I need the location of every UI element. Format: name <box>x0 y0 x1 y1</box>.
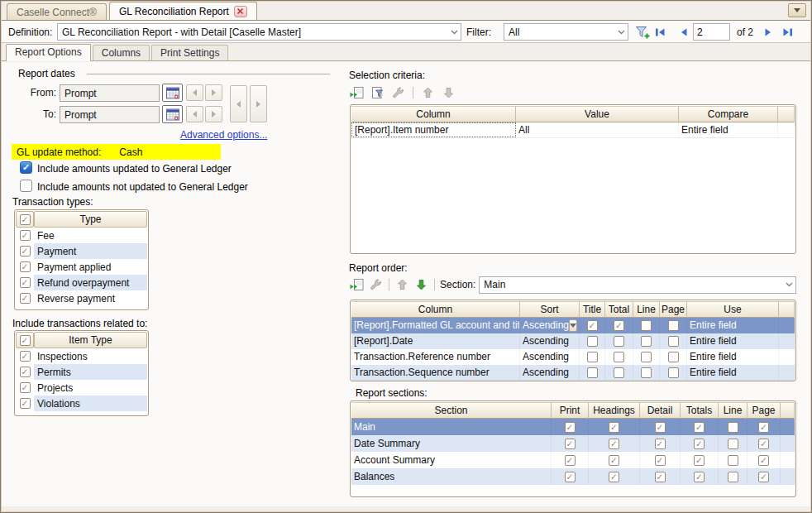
item-type-row[interactable]: ✓Inspections <box>16 348 147 364</box>
report-order-row[interactable]: [Report].DateAscendingEntire field <box>351 333 795 349</box>
checkbox[interactable]: ✓ <box>609 439 619 449</box>
report-section-row[interactable]: Balances✓✓✓✓✓ <box>351 468 795 485</box>
column-header[interactable]: Page <box>748 402 781 419</box>
checkbox[interactable]: ✓ <box>758 422 769 433</box>
column-header[interactable]: Item Type <box>34 332 147 348</box>
previous-page-button[interactable] <box>678 26 690 37</box>
transaction-type-row[interactable]: ✓Refund overpayment <box>16 275 147 290</box>
from-prev-button[interactable] <box>186 84 203 101</box>
checkbox[interactable]: ✓ <box>20 246 31 256</box>
selection-criteria-row[interactable]: [Report].Item number All Entire field <box>351 122 795 138</box>
checkbox[interactable] <box>728 422 738 433</box>
checkbox[interactable]: ✓ <box>20 351 31 362</box>
filter-select[interactable]: All <box>504 23 628 41</box>
select-columns-button[interactable] <box>349 277 365 292</box>
move-up-button[interactable] <box>394 277 410 292</box>
checkbox[interactable] <box>641 352 652 362</box>
column-header[interactable]: Total <box>605 301 633 318</box>
include-updated-checkbox[interactable]: ✓ <box>20 161 32 174</box>
transaction-type-row[interactable]: ✓Reverse payment <box>16 290 147 306</box>
sort-cell[interactable]: Ascending <box>520 365 580 381</box>
properties-wrench-button[interactable] <box>368 277 384 292</box>
report-section-row[interactable]: Date Summary✓✓✓✓✓ <box>351 435 795 452</box>
report-section-row[interactable]: Account Summary✓✓✓✓✓ <box>351 452 795 468</box>
column-header[interactable]: Title <box>580 301 605 318</box>
tab-gl-reconciliation-report[interactable]: GL Reconciliation Report <box>109 2 257 20</box>
column-header[interactable]: Detail <box>640 402 681 419</box>
item-type-row[interactable]: ✓Projects <box>16 380 147 396</box>
checkbox[interactable]: ✓ <box>655 455 666 466</box>
checkbox[interactable] <box>587 336 598 347</box>
column-header[interactable]: Headings <box>589 402 640 419</box>
item-type-row[interactable]: ✓Permits <box>16 364 147 380</box>
checkbox[interactable] <box>614 367 624 378</box>
properties-wrench-button[interactable] <box>390 85 406 100</box>
from-date-input[interactable]: Prompt <box>60 84 160 102</box>
transaction-type-row[interactable]: ✓Payment applied <box>16 259 147 275</box>
criteria-column-cell[interactable]: [Report].Item number <box>351 122 516 137</box>
checkbox[interactable]: ✓ <box>20 398 31 409</box>
report-order-row[interactable]: [Report].Formatted GL account and titleA… <box>351 318 795 333</box>
move-down-button[interactable] <box>441 85 456 100</box>
column-header[interactable]: Column <box>351 106 516 122</box>
criteria-value-cell[interactable]: All <box>516 122 679 137</box>
checkbox[interactable]: ✓ <box>20 293 31 304</box>
checkbox[interactable] <box>614 336 624 347</box>
move-down-button[interactable] <box>413 277 429 292</box>
date-range-prev-button[interactable] <box>230 85 247 122</box>
item-type-row[interactable]: ✓Violations <box>16 396 147 411</box>
report-order-row[interactable]: Transaction.Sequence numberAscendingEnti… <box>351 365 795 381</box>
checkbox[interactable]: ✓ <box>655 439 666 449</box>
column-header[interactable]: Column <box>351 301 520 318</box>
sort-cell[interactable]: Ascending <box>520 333 580 349</box>
checkbox[interactable] <box>728 439 738 449</box>
edit-filter-button[interactable] <box>370 85 385 100</box>
checkbox[interactable]: ✓ <box>609 422 619 433</box>
checkbox[interactable] <box>641 320 652 331</box>
select-all-checkbox[interactable]: ✓ <box>20 335 31 346</box>
checkbox[interactable]: ✓ <box>565 422 576 433</box>
checkbox[interactable] <box>668 352 679 362</box>
section-select[interactable]: Main <box>479 276 796 294</box>
checkbox[interactable]: ✓ <box>20 230 31 241</box>
definition-select[interactable]: GL Reconciliation Report - with Detail [… <box>57 23 461 41</box>
checkbox[interactable] <box>728 455 738 466</box>
checkbox[interactable]: ✓ <box>565 439 576 449</box>
transaction-type-row[interactable]: ✓Fee <box>16 228 147 243</box>
last-page-button[interactable] <box>781 26 793 37</box>
close-tab-icon[interactable] <box>234 6 247 17</box>
checkbox[interactable] <box>587 352 598 362</box>
column-header[interactable]: Line <box>633 301 660 318</box>
checkbox[interactable]: ✓ <box>565 455 576 466</box>
tab-report-options[interactable]: Report Options <box>6 44 91 61</box>
sort-cell[interactable]: Ascending <box>520 318 580 333</box>
criteria-compare-cell[interactable]: Entire field <box>679 122 778 137</box>
column-header[interactable]: Line <box>719 402 748 419</box>
checkbox[interactable]: ✓ <box>565 472 576 482</box>
page-number-input[interactable] <box>693 23 730 41</box>
checkbox[interactable] <box>641 336 652 347</box>
checkbox[interactable]: ✓ <box>609 455 619 466</box>
checkbox[interactable] <box>641 367 652 378</box>
filter-add-icon[interactable] <box>634 25 650 40</box>
report-order-row[interactable]: Transaction.Reference numberAscendingEnt… <box>351 349 795 365</box>
column-header[interactable]: Type <box>34 211 147 228</box>
checkbox[interactable]: ✓ <box>587 320 598 331</box>
from-calendar-button[interactable] <box>162 84 183 102</box>
checkbox[interactable] <box>587 367 598 378</box>
checkbox[interactable]: ✓ <box>758 472 769 482</box>
to-date-input[interactable]: Prompt <box>60 106 160 123</box>
checkbox[interactable]: ✓ <box>20 367 31 377</box>
checkbox[interactable]: ✓ <box>694 472 705 482</box>
checkbox[interactable] <box>728 472 738 482</box>
to-calendar-button[interactable] <box>162 105 183 123</box>
report-section-row[interactable]: Main✓✓✓✓✓ <box>351 419 795 435</box>
checkbox[interactable]: ✓ <box>614 320 624 331</box>
first-page-button[interactable] <box>654 26 666 37</box>
checkbox[interactable]: ✓ <box>609 472 619 482</box>
tab-list-dropdown-button[interactable] <box>788 3 806 17</box>
checkbox[interactable] <box>614 352 624 362</box>
from-next-button[interactable] <box>205 84 222 101</box>
transaction-type-row[interactable]: ✓Payment <box>16 243 147 259</box>
column-header[interactable]: Value <box>516 106 679 122</box>
